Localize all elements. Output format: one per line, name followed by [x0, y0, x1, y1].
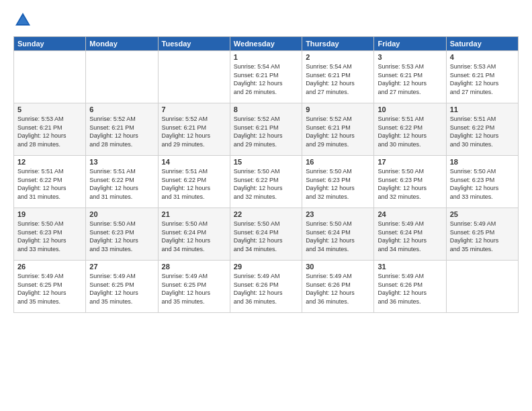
- day-number: 14: [162, 158, 226, 166]
- day-info: Sunrise: 5:51 AM Sunset: 6:22 PM Dayligh…: [89, 167, 154, 201]
- calendar-cell: 3Sunrise: 5:53 AM Sunset: 6:21 PM Daylig…: [374, 51, 446, 103]
- calendar-cell: 27Sunrise: 5:49 AM Sunset: 6:25 PM Dayli…: [86, 261, 158, 313]
- day-number: 29: [234, 263, 298, 271]
- calendar-cell: 29Sunrise: 5:49 AM Sunset: 6:26 PM Dayli…: [230, 261, 302, 313]
- day-info: Sunrise: 5:51 AM Sunset: 6:22 PM Dayligh…: [162, 167, 226, 201]
- day-number: 5: [17, 105, 82, 113]
- calendar-cell: 16Sunrise: 5:50 AM Sunset: 6:23 PM Dayli…: [302, 156, 374, 208]
- calendar-cell: 19Sunrise: 5:50 AM Sunset: 6:23 PM Dayli…: [14, 208, 86, 261]
- day-number: 30: [306, 263, 370, 271]
- day-number: 8: [234, 105, 298, 113]
- day-info: Sunrise: 5:49 AM Sunset: 6:25 PM Dayligh…: [89, 272, 154, 306]
- col-header-saturday: Saturday: [446, 37, 518, 51]
- calendar-cell: 28Sunrise: 5:49 AM Sunset: 6:25 PM Dayli…: [158, 261, 230, 313]
- calendar-cell: 17Sunrise: 5:50 AM Sunset: 6:23 PM Dayli…: [374, 156, 446, 208]
- day-number: 17: [378, 158, 442, 166]
- day-number: 10: [378, 105, 442, 113]
- col-header-tuesday: Tuesday: [158, 37, 230, 51]
- day-number: 4: [450, 53, 515, 61]
- day-info: Sunrise: 5:51 AM Sunset: 6:22 PM Dayligh…: [450, 115, 515, 148]
- day-number: 20: [89, 210, 154, 218]
- calendar-cell: 11Sunrise: 5:51 AM Sunset: 6:22 PM Dayli…: [446, 103, 518, 156]
- day-info: Sunrise: 5:54 AM Sunset: 6:21 PM Dayligh…: [234, 62, 298, 96]
- day-info: Sunrise: 5:50 AM Sunset: 6:23 PM Dayligh…: [89, 220, 154, 253]
- page: SundayMondayTuesdayWednesdayThursdayFrid…: [0, 0, 532, 411]
- day-info: Sunrise: 5:49 AM Sunset: 6:25 PM Dayligh…: [17, 272, 82, 306]
- day-number: 12: [17, 158, 82, 166]
- calendar-cell: 26Sunrise: 5:49 AM Sunset: 6:25 PM Dayli…: [14, 261, 86, 313]
- calendar-cell: 20Sunrise: 5:50 AM Sunset: 6:23 PM Dayli…: [86, 208, 158, 261]
- logo: [13, 11, 35, 30]
- day-number: 28: [162, 263, 226, 271]
- day-number: 18: [450, 158, 515, 166]
- week-row-1: 1Sunrise: 5:54 AM Sunset: 6:21 PM Daylig…: [14, 51, 519, 103]
- calendar-cell: 6Sunrise: 5:52 AM Sunset: 6:21 PM Daylig…: [86, 103, 158, 156]
- day-number: 1: [234, 53, 298, 61]
- calendar-cell: 10Sunrise: 5:51 AM Sunset: 6:22 PM Dayli…: [374, 103, 446, 156]
- calendar-cell: 9Sunrise: 5:52 AM Sunset: 6:21 PM Daylig…: [302, 103, 374, 156]
- day-number: 13: [89, 158, 154, 166]
- day-info: Sunrise: 5:50 AM Sunset: 6:24 PM Dayligh…: [162, 220, 226, 253]
- day-number: 21: [162, 210, 226, 218]
- col-header-monday: Monday: [86, 37, 158, 51]
- calendar-cell: 1Sunrise: 5:54 AM Sunset: 6:21 PM Daylig…: [230, 51, 302, 103]
- day-info: Sunrise: 5:50 AM Sunset: 6:24 PM Dayligh…: [234, 220, 298, 253]
- calendar-cell: 15Sunrise: 5:50 AM Sunset: 6:22 PM Dayli…: [230, 156, 302, 208]
- day-info: Sunrise: 5:52 AM Sunset: 6:21 PM Dayligh…: [89, 115, 154, 148]
- col-header-thursday: Thursday: [302, 37, 374, 51]
- calendar-cell: 24Sunrise: 5:49 AM Sunset: 6:24 PM Dayli…: [374, 208, 446, 261]
- day-info: Sunrise: 5:52 AM Sunset: 6:21 PM Dayligh…: [306, 115, 370, 148]
- calendar-cell: [86, 51, 158, 103]
- day-number: 11: [450, 105, 515, 113]
- calendar-cell: 2Sunrise: 5:54 AM Sunset: 6:21 PM Daylig…: [302, 51, 374, 103]
- day-number: 25: [450, 210, 515, 218]
- calendar-cell: 7Sunrise: 5:52 AM Sunset: 6:21 PM Daylig…: [158, 103, 230, 156]
- calendar-cell: 14Sunrise: 5:51 AM Sunset: 6:22 PM Dayli…: [158, 156, 230, 208]
- calendar-cell: 5Sunrise: 5:53 AM Sunset: 6:21 PM Daylig…: [14, 103, 86, 156]
- calendar-cell: 31Sunrise: 5:49 AM Sunset: 6:26 PM Dayli…: [374, 261, 446, 313]
- day-number: 24: [378, 210, 442, 218]
- day-number: 3: [378, 53, 442, 61]
- day-info: Sunrise: 5:51 AM Sunset: 6:22 PM Dayligh…: [378, 115, 442, 148]
- calendar-cell: 13Sunrise: 5:51 AM Sunset: 6:22 PM Dayli…: [86, 156, 158, 208]
- calendar-cell: 12Sunrise: 5:51 AM Sunset: 6:22 PM Dayli…: [14, 156, 86, 208]
- col-header-friday: Friday: [374, 37, 446, 51]
- day-info: Sunrise: 5:49 AM Sunset: 6:26 PM Dayligh…: [234, 272, 298, 306]
- header: [13, 11, 519, 30]
- day-info: Sunrise: 5:50 AM Sunset: 6:23 PM Dayligh…: [378, 167, 442, 201]
- calendar-cell: [14, 51, 86, 103]
- day-info: Sunrise: 5:49 AM Sunset: 6:26 PM Dayligh…: [306, 272, 370, 306]
- calendar-cell: 4Sunrise: 5:53 AM Sunset: 6:21 PM Daylig…: [446, 51, 518, 103]
- day-info: Sunrise: 5:52 AM Sunset: 6:21 PM Dayligh…: [234, 115, 298, 148]
- day-info: Sunrise: 5:49 AM Sunset: 6:25 PM Dayligh…: [162, 272, 226, 306]
- day-info: Sunrise: 5:50 AM Sunset: 6:23 PM Dayligh…: [306, 167, 370, 201]
- day-number: 27: [89, 263, 154, 271]
- calendar-cell: 22Sunrise: 5:50 AM Sunset: 6:24 PM Dayli…: [230, 208, 302, 261]
- day-number: 26: [17, 263, 82, 271]
- day-info: Sunrise: 5:54 AM Sunset: 6:21 PM Dayligh…: [306, 62, 370, 96]
- day-number: 2: [306, 53, 370, 61]
- day-info: Sunrise: 5:50 AM Sunset: 6:24 PM Dayligh…: [306, 220, 370, 253]
- day-number: 7: [162, 105, 226, 113]
- col-header-sunday: Sunday: [14, 37, 86, 51]
- day-number: 6: [89, 105, 154, 113]
- week-row-3: 12Sunrise: 5:51 AM Sunset: 6:22 PM Dayli…: [14, 156, 519, 208]
- calendar-cell: 25Sunrise: 5:49 AM Sunset: 6:25 PM Dayli…: [446, 208, 518, 261]
- day-info: Sunrise: 5:50 AM Sunset: 6:23 PM Dayligh…: [450, 167, 515, 201]
- day-number: 15: [234, 158, 298, 166]
- day-info: Sunrise: 5:50 AM Sunset: 6:22 PM Dayligh…: [234, 167, 298, 201]
- calendar-cell: 21Sunrise: 5:50 AM Sunset: 6:24 PM Dayli…: [158, 208, 230, 261]
- calendar-cell: [446, 261, 518, 313]
- day-number: 16: [306, 158, 370, 166]
- day-info: Sunrise: 5:53 AM Sunset: 6:21 PM Dayligh…: [450, 62, 515, 96]
- day-info: Sunrise: 5:49 AM Sunset: 6:26 PM Dayligh…: [378, 272, 442, 306]
- day-info: Sunrise: 5:53 AM Sunset: 6:21 PM Dayligh…: [17, 115, 82, 148]
- day-number: 23: [306, 210, 370, 218]
- week-row-5: 26Sunrise: 5:49 AM Sunset: 6:25 PM Dayli…: [14, 261, 519, 313]
- day-number: 31: [378, 263, 442, 271]
- week-row-2: 5Sunrise: 5:53 AM Sunset: 6:21 PM Daylig…: [14, 103, 519, 156]
- logo-icon: [13, 11, 32, 30]
- day-number: 19: [17, 210, 82, 218]
- calendar-cell: 18Sunrise: 5:50 AM Sunset: 6:23 PM Dayli…: [446, 156, 518, 208]
- day-info: Sunrise: 5:52 AM Sunset: 6:21 PM Dayligh…: [162, 115, 226, 148]
